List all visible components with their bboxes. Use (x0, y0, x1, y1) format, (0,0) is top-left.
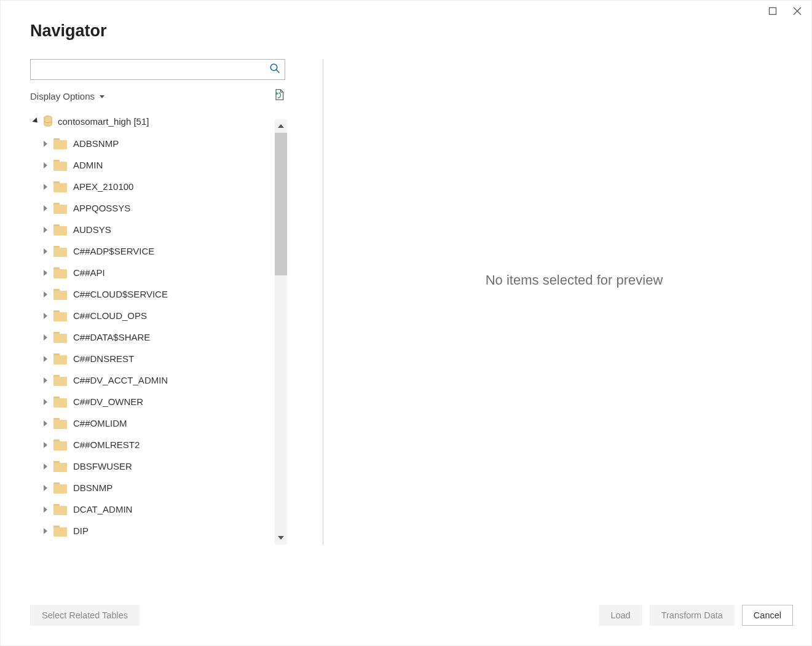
expand-icon (44, 463, 47, 470)
tree-item-label: C##DV_OWNER (73, 396, 143, 407)
tree-item-label: ADMIN (73, 160, 103, 170)
expand-icon (44, 227, 47, 233)
display-options-label: Display Options (30, 91, 95, 101)
folder-icon (53, 203, 67, 214)
folder-icon (53, 483, 67, 494)
expand-icon (44, 442, 47, 448)
expand-icon (44, 205, 47, 211)
tree-item-label: DBSFWUSER (73, 461, 132, 471)
tree-root-label: contosomart_high [51] (58, 116, 149, 127)
vertical-divider (323, 59, 323, 545)
tree-item[interactable]: ADBSNMP (41, 133, 287, 154)
folder-icon (53, 461, 67, 472)
window-close-button[interactable] (792, 6, 803, 17)
window-restore-button[interactable] (767, 6, 778, 17)
expand-icon (44, 528, 47, 534)
tree-item[interactable]: DIP (41, 520, 287, 542)
tree-item-label: ADBSNMP (73, 138, 119, 149)
display-options-dropdown[interactable]: Display Options (30, 91, 104, 101)
database-icon (43, 116, 53, 127)
select-related-tables-button[interactable]: Select Related Tables (30, 605, 140, 626)
tree-item[interactable]: C##CLOUD_OPS (41, 305, 287, 326)
expand-icon (44, 334, 47, 341)
load-button[interactable]: Load (599, 605, 642, 626)
folder-icon (53, 418, 67, 429)
search-row (30, 59, 285, 80)
tree-item-label: C##OMLREST2 (73, 439, 140, 450)
expand-icon (44, 248, 47, 254)
search-input[interactable] (30, 59, 285, 80)
tree-item[interactable]: AUDSYS (41, 219, 287, 240)
tree-item[interactable]: C##DV_OWNER (41, 391, 287, 412)
dialog-footer: Select Related Tables Load Transform Dat… (30, 605, 793, 626)
no-selection-message: No items selected for preview (486, 272, 663, 288)
tree-item[interactable]: C##API (41, 262, 287, 283)
scrollbar-thumb[interactable] (275, 133, 287, 275)
tree-item-label: C##ADP$SERVICE (73, 246, 154, 256)
scroll-down-button[interactable] (275, 531, 287, 545)
expand-icon (44, 356, 47, 362)
expand-icon (44, 420, 47, 427)
folder-icon (53, 138, 67, 149)
tree-item[interactable]: C##DNSREST (41, 348, 287, 369)
options-row: Display Options (30, 89, 285, 103)
expand-icon (44, 313, 47, 319)
expand-collapse-icon (32, 117, 39, 125)
preview-pane: No items selected for preview (337, 59, 811, 545)
folder-icon (53, 289, 67, 300)
expand-icon (44, 141, 47, 147)
tree-item[interactable]: APEX_210100 (41, 176, 287, 197)
cancel-button[interactable]: Cancel (742, 605, 793, 626)
tree-item-label: C##DATA$SHARE (73, 332, 150, 342)
tree-item-label: C##DNSREST (73, 353, 134, 364)
tree-item-label: APPQOSSYS (73, 203, 130, 213)
svg-rect-0 (770, 8, 776, 15)
tree-item-label: C##API (73, 267, 105, 278)
tree-children: ADBSNMPADMINAPEX_210100APPQOSSYSAUDSYSC#… (30, 133, 287, 542)
navigator-dialog: Navigator Display Options (0, 0, 812, 646)
tree-item[interactable]: C##DV_ACCT_ADMIN (41, 369, 287, 391)
expand-icon (44, 377, 47, 384)
tree-item-label: DCAT_ADMIN (73, 504, 132, 514)
tree-item[interactable]: C##ADP$SERVICE (41, 240, 287, 262)
tree-item-label: C##OMLIDM (73, 418, 127, 428)
schema-tree: contosomart_high [51] ADBSNMPADMINAPEX_2… (30, 112, 287, 545)
folder-icon (53, 439, 67, 451)
tree-item[interactable]: C##CLOUD$SERVICE (41, 283, 287, 305)
transform-data-button[interactable]: Transform Data (650, 605, 735, 626)
folder-icon (53, 181, 67, 192)
folder-icon (53, 504, 67, 515)
tree-item[interactable]: C##OMLIDM (41, 412, 287, 434)
folder-icon (53, 310, 67, 321)
tree-item[interactable]: ADMIN (41, 154, 287, 176)
expand-icon (44, 485, 47, 491)
folder-icon (53, 396, 67, 408)
scrollbar[interactable] (275, 119, 287, 545)
folder-icon (53, 353, 67, 364)
folder-icon (53, 526, 67, 537)
tree-item-label: DBSNMP (73, 483, 112, 493)
tree-root-node[interactable]: contosomart_high [51] (30, 113, 287, 133)
folder-icon (53, 246, 67, 257)
expand-icon (44, 184, 47, 190)
tree-item-label: C##DV_ACCT_ADMIN (73, 375, 168, 385)
refresh-button[interactable] (273, 89, 285, 103)
chevron-down-icon (100, 95, 104, 98)
dialog-title: Navigator (30, 22, 811, 41)
tree-item[interactable]: APPQOSSYS (41, 197, 287, 219)
tree-item[interactable]: DCAT_ADMIN (41, 498, 287, 520)
tree-item[interactable]: DBSFWUSER (41, 455, 287, 477)
tree-item[interactable]: C##OMLREST2 (41, 434, 287, 455)
expand-icon (44, 270, 47, 276)
navigator-left-pane: Display Options (30, 59, 299, 545)
folder-icon (53, 160, 67, 171)
tree-item-label: C##CLOUD_OPS (73, 310, 147, 321)
folder-icon (53, 267, 67, 278)
tree-item[interactable]: DBSNMP (41, 477, 287, 498)
window-controls (767, 6, 803, 17)
tree-item-label: DIP (73, 526, 89, 536)
tree-item[interactable]: C##DATA$SHARE (41, 326, 287, 348)
expand-icon (44, 399, 47, 405)
scroll-up-button[interactable] (275, 119, 287, 133)
folder-icon (53, 375, 67, 386)
